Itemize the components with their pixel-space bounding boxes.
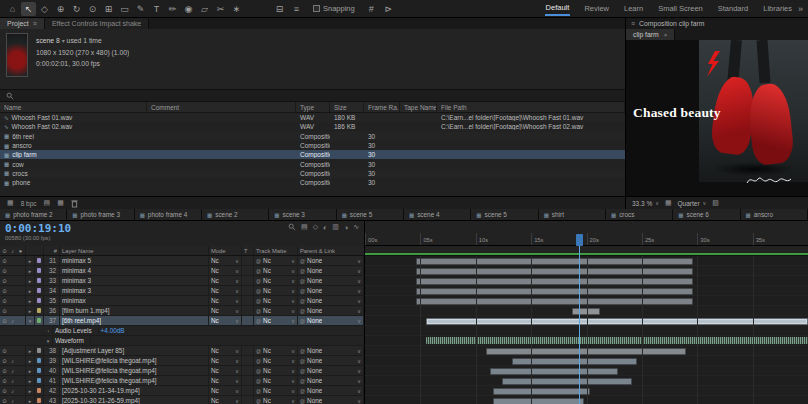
layer-color-label[interactable] bbox=[37, 318, 41, 323]
pickwhip-icon[interactable]: @ bbox=[256, 398, 261, 404]
parent-dropdown[interactable]: @None∨ bbox=[298, 316, 364, 325]
property-track[interactable] bbox=[365, 326, 808, 336]
layer-row[interactable]: ⊙▸36[film burn 1.mp4]Nc∨@Nc∨@None∨ bbox=[0, 306, 808, 316]
grid-guides-icon[interactable]: # bbox=[364, 2, 379, 16]
layer-row[interactable]: ⊙▸31minimax 5Nc∨@Nc∨@None∨ bbox=[0, 256, 808, 266]
layer-track[interactable] bbox=[365, 346, 808, 356]
project-row[interactable]: ▦cowComposition30 bbox=[0, 159, 625, 168]
matte-dropdown[interactable]: @Nc∨ bbox=[254, 266, 298, 275]
pickwhip-icon[interactable]: @ bbox=[300, 388, 305, 394]
pickwhip-icon[interactable]: @ bbox=[256, 288, 261, 294]
twirl-arrow-icon[interactable]: ▸ bbox=[26, 266, 35, 275]
layer-duration-bar[interactable] bbox=[426, 318, 808, 325]
puppet-pin-tool-icon[interactable]: ∗ bbox=[229, 2, 244, 16]
mode-column-header[interactable]: Mode bbox=[209, 246, 242, 255]
pickwhip-icon[interactable]: @ bbox=[256, 378, 261, 384]
mode-dropdown[interactable]: Nc∨ bbox=[209, 266, 242, 275]
mode-dropdown[interactable]: Nc∨ bbox=[209, 306, 242, 315]
layer-track[interactable] bbox=[365, 366, 808, 376]
pickwhip-icon[interactable]: @ bbox=[300, 358, 305, 364]
parent-dropdown[interactable]: @None∨ bbox=[298, 396, 364, 404]
new-folder-icon[interactable]: ▤ bbox=[44, 199, 51, 207]
visibility-eye-icon[interactable]: ⊙ bbox=[1, 268, 8, 274]
mode-dropdown[interactable]: Nc∨ bbox=[209, 286, 242, 295]
timeline-comp-tab-4[interactable]: ▦scene 2 bbox=[202, 209, 269, 220]
parent-dropdown[interactable]: @None∨ bbox=[298, 306, 364, 315]
workspace-tab-small-screen[interactable]: Small Screen bbox=[657, 2, 704, 15]
layer-row[interactable]: ⊙♪▸43[2025-10-30 21-26-59.mp4]Nc∨@Nc∨@No… bbox=[0, 396, 808, 404]
pickwhip-icon[interactable]: @ bbox=[256, 278, 261, 284]
pickwhip-icon[interactable]: @ bbox=[256, 368, 261, 374]
pickwhip-icon[interactable]: @ bbox=[300, 318, 305, 324]
home-icon[interactable]: ⌂ bbox=[5, 2, 20, 16]
twirl-arrow-icon[interactable]: ▸ bbox=[26, 346, 35, 355]
pickwhip-icon[interactable]: @ bbox=[300, 368, 305, 374]
layer-color-label[interactable] bbox=[37, 278, 41, 283]
parent-dropdown[interactable]: @None∨ bbox=[298, 266, 364, 275]
timeline-search-icon[interactable] bbox=[288, 223, 296, 231]
pickwhip-icon[interactable]: @ bbox=[300, 258, 305, 264]
twirl-arrow-icon[interactable]: ▾ bbox=[26, 316, 35, 325]
twirl-arrow-icon[interactable]: ▾ bbox=[44, 336, 53, 345]
workspace-tab-learn[interactable]: Learn bbox=[623, 2, 644, 15]
column-header[interactable]: Name bbox=[0, 102, 147, 112]
align-panel-icon[interactable]: ⊟ bbox=[272, 2, 287, 16]
twirl-arrow-icon[interactable]: ▸ bbox=[26, 356, 35, 365]
parent-dropdown[interactable]: @None∨ bbox=[298, 286, 364, 295]
matte-dropdown[interactable]: @Nc∨ bbox=[254, 256, 298, 265]
pickwhip-icon[interactable]: @ bbox=[256, 348, 261, 354]
layer-row[interactable]: ⊙♪▸39[WILSHIRE@felicia thegoat.mp4]Nc∨@N… bbox=[0, 356, 808, 366]
magnification-dropdown[interactable]: 33.3 % ∨ bbox=[632, 200, 659, 207]
delete-item-icon[interactable] bbox=[71, 199, 78, 208]
layer-track[interactable] bbox=[365, 296, 808, 306]
matte-dropdown[interactable]: @Nc∨ bbox=[254, 296, 298, 305]
pickwhip-icon[interactable]: @ bbox=[300, 348, 305, 354]
composition-mini-flowchart-icon[interactable]: ▤ bbox=[301, 223, 308, 231]
timeline-ruler[interactable]: 00s05s10s15s20s25s30s35s bbox=[365, 221, 808, 246]
layer-color-label[interactable] bbox=[37, 368, 41, 373]
composition-viewer[interactable]: Chased beauty bbox=[626, 40, 808, 196]
layer-row[interactable]: ⊙♪▸42[2025-10-30 21-34-19.mp4]Nc∨@Nc∨@No… bbox=[0, 386, 808, 396]
visibility-eye-icon[interactable]: ⊙ bbox=[1, 358, 8, 364]
layer-row[interactable]: ⊙♪▸40[WILSHIRE@felicia thegoat.mp4]Nc∨@N… bbox=[0, 366, 808, 376]
collapse-transformations-toggle[interactable] bbox=[242, 286, 254, 295]
workspace-tab-default[interactable]: Default bbox=[545, 1, 571, 16]
panel-menu-icon[interactable]: ≡ bbox=[33, 20, 37, 27]
layer-track[interactable] bbox=[365, 386, 808, 396]
layer-track[interactable] bbox=[365, 256, 808, 266]
mode-dropdown[interactable]: Nc∨ bbox=[209, 316, 242, 325]
project-row[interactable]: ∿Whoosh Fast 02.wavWAV186 KBC:\Earn...el… bbox=[0, 122, 625, 131]
zoom-tool-icon[interactable]: ⊕ bbox=[53, 2, 68, 16]
pickwhip-icon[interactable]: @ bbox=[300, 378, 305, 384]
layer-row[interactable]: ⊙♪▸41[WILSHIRE@felicia thegoat.mp4]Nc∨@N… bbox=[0, 376, 808, 386]
track-matte-column-header[interactable]: Track Matte bbox=[254, 246, 298, 255]
collapse-transformations-toggle[interactable] bbox=[242, 366, 254, 375]
workspace-tab-libraries[interactable]: Libraries bbox=[762, 2, 793, 15]
item-thumbnail[interactable] bbox=[6, 33, 28, 77]
workspace-tab-review[interactable]: Review bbox=[583, 2, 610, 15]
timeline-comp-tab-2[interactable]: ▦photo frame 3 bbox=[67, 209, 134, 220]
twirl-arrow-icon[interactable]: ▸ bbox=[26, 306, 35, 315]
mask-mode-icon[interactable]: ≡ bbox=[289, 2, 304, 16]
layer-duration-bar[interactable] bbox=[502, 378, 632, 385]
timeline-comp-tab-6[interactable]: ▦scene 5 bbox=[337, 209, 404, 220]
column-header[interactable]: Type bbox=[296, 102, 330, 112]
snapping-control[interactable]: Snapping bbox=[313, 4, 355, 13]
layer-duration-bar[interactable] bbox=[486, 348, 686, 355]
twirl-arrow-icon[interactable]: ▸ bbox=[26, 376, 35, 385]
pen-tool-icon[interactable]: ✎ bbox=[133, 2, 148, 16]
matte-dropdown[interactable]: @Nc∨ bbox=[254, 276, 298, 285]
twirl-arrow-icon[interactable]: ▸ bbox=[26, 386, 35, 395]
timeline-comp-tab-3[interactable]: ▦photo frame 4 bbox=[135, 209, 202, 220]
mode-dropdown[interactable]: Nc∨ bbox=[209, 256, 242, 265]
preview-options-icon[interactable]: ⊳ bbox=[381, 2, 396, 16]
visibility-eye-icon[interactable]: ⊙ bbox=[1, 368, 8, 374]
pickwhip-icon[interactable]: @ bbox=[256, 268, 261, 274]
layer-track[interactable] bbox=[365, 266, 808, 276]
pickwhip-icon[interactable]: @ bbox=[256, 258, 261, 264]
audio-speaker-icon[interactable]: ♪ bbox=[9, 368, 16, 374]
layer-color-label[interactable] bbox=[37, 288, 41, 293]
safe-guides-icon[interactable]: ▦ bbox=[665, 199, 672, 207]
layer-duration-bar[interactable] bbox=[512, 358, 637, 365]
pickwhip-icon[interactable]: @ bbox=[256, 358, 261, 364]
